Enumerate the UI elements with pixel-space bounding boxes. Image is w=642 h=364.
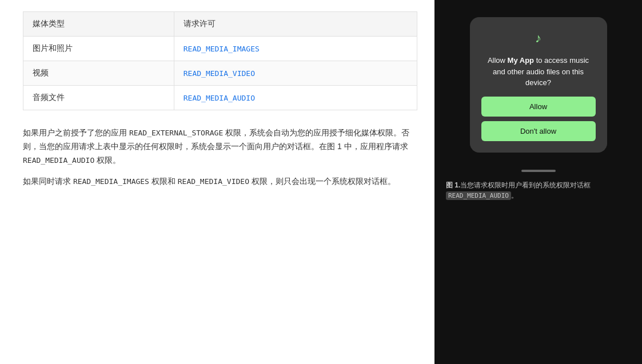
permission-cell: READ_MEDIA_AUDIO	[174, 86, 417, 110]
caption-code: READ_MEDIA_AUDIO	[446, 191, 511, 200]
right-panel: ♪ Allow My App to access music and other…	[434, 0, 642, 364]
inline-code: READ_MEDIA_IMAGES	[73, 177, 149, 186]
dont-allow-button[interactable]: Don't allow	[481, 121, 596, 141]
inline-code: READ_EXTERNAL_STORAGE	[129, 129, 223, 137]
media-type-cell: 图片和照片	[23, 37, 174, 61]
permission-link[interactable]: READ_MEDIA_VIDEO	[184, 69, 255, 78]
dialog-buttons: Allow Don't allow	[481, 97, 596, 141]
paragraph-1: 如果用户之前授予了您的应用 READ_EXTERNAL_STORAGE 权限，系…	[23, 126, 417, 167]
inline-code: READ_MEDIA_AUDIO	[23, 156, 94, 165]
table-row: 视频READ_MEDIA_VIDEO	[23, 61, 417, 86]
table-row: 音频文件READ_MEDIA_AUDIO	[23, 86, 417, 110]
allow-button[interactable]: Allow	[481, 97, 596, 117]
permission-dialog: ♪ Allow My App to access music and other…	[470, 17, 607, 153]
figure-caption: 图 1.当您请求权限时用户看到的系统权限对话框 READ_MEDIA_AUDIO…	[446, 180, 631, 201]
permission-cell: READ_MEDIA_IMAGES	[174, 37, 417, 61]
media-type-cell: 音频文件	[23, 86, 174, 110]
table-row: 图片和照片READ_MEDIA_IMAGES	[23, 37, 417, 61]
permission-link[interactable]: READ_MEDIA_IMAGES	[184, 45, 260, 53]
table-header-media-type: 媒体类型	[23, 12, 174, 37]
permission-link[interactable]: READ_MEDIA_AUDIO	[184, 94, 255, 102]
table-header-permission: 请求许可	[174, 12, 417, 37]
music-icon: ♪	[535, 31, 541, 46]
inline-code: READ_MEDIA_VIDEO	[178, 177, 249, 186]
paragraph-2: 如果同时请求 READ_MEDIA_IMAGES 权限和 READ_MEDIA_…	[23, 175, 417, 189]
permission-cell: READ_MEDIA_VIDEO	[174, 61, 417, 86]
media-type-cell: 视频	[23, 61, 174, 86]
dialog-text: Allow My App to access music and other a…	[481, 55, 596, 89]
left-panel: 媒体类型 请求许可 图片和照片READ_MEDIA_IMAGES视频READ_M…	[0, 0, 434, 364]
permission-table: 媒体类型 请求许可 图片和照片READ_MEDIA_IMAGES视频READ_M…	[23, 11, 417, 110]
description-block: 如果用户之前授予了您的应用 READ_EXTERNAL_STORAGE 权限，系…	[23, 126, 417, 189]
phone-home-bar	[521, 170, 556, 172]
